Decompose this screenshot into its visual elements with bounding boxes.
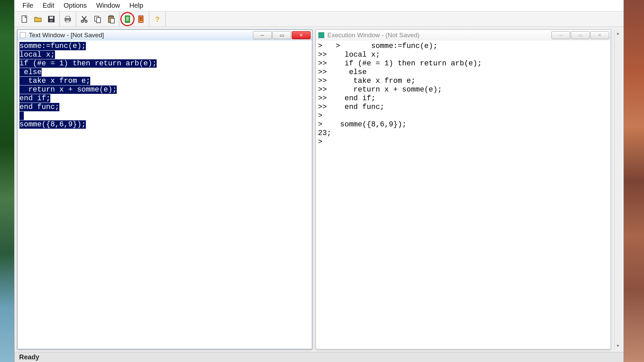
printer-icon <box>63 15 72 23</box>
help-icon: ? <box>153 15 162 23</box>
text-window-close-button[interactable]: ✕ <box>292 31 311 39</box>
svg-rect-19 <box>140 17 143 17</box>
text-window-maximize-button[interactable]: ▭ <box>272 31 291 39</box>
svg-text:?: ? <box>155 15 159 23</box>
copy-icon <box>93 15 102 23</box>
svg-rect-12 <box>110 15 113 17</box>
execution-window-minimize-button[interactable]: ─ <box>551 31 570 39</box>
scissors-icon <box>80 15 89 23</box>
paste-icon <box>107 15 115 23</box>
save-button[interactable] <box>45 13 58 25</box>
print-button[interactable] <box>61 13 74 25</box>
svg-point-7 <box>81 20 84 22</box>
scroll-up-icon[interactable]: ▴ <box>614 29 621 37</box>
text-window-icon <box>19 32 26 39</box>
svg-rect-20 <box>140 18 143 19</box>
svg-rect-2 <box>50 16 53 19</box>
svg-rect-17 <box>126 20 129 20</box>
help-button[interactable]: ? <box>151 13 164 25</box>
menubar: File Edit Options Window Help <box>14 0 624 11</box>
svg-rect-23 <box>20 33 25 38</box>
text-window: Text Window - [Not Saved] ─ ▭ ✕ somme:=f… <box>17 29 312 349</box>
stop-button[interactable] <box>135 13 147 25</box>
stop-red-icon <box>137 15 145 23</box>
menu-help[interactable]: Help <box>125 0 148 11</box>
execution-output-area[interactable]: > > somme:=func(e);>> local x;>> if (#e … <box>316 41 610 349</box>
menu-file[interactable]: File <box>18 0 38 11</box>
desktop-wallpaper-right <box>624 0 644 362</box>
scroll-down-icon[interactable]: ▾ <box>614 342 621 349</box>
statusbar: Ready <box>14 352 624 362</box>
execution-window-maximize-button[interactable]: ▭ <box>571 31 590 39</box>
svg-rect-15 <box>126 17 129 17</box>
run-button[interactable] <box>121 13 134 25</box>
execution-window-close-button[interactable]: ✕ <box>590 31 609 39</box>
execution-window: Execution Window - (Not Saved) ─ ▭ ✕ > >… <box>316 29 611 349</box>
app-window: File Edit Options Window Help <box>14 0 624 362</box>
svg-point-8 <box>85 20 87 22</box>
cut-button[interactable] <box>78 13 91 25</box>
open-folder-icon <box>34 15 42 23</box>
svg-rect-0 <box>22 16 26 22</box>
text-editor-area[interactable]: somme:=func(e);local x;if (#e = 1) then … <box>17 41 312 349</box>
svg-rect-3 <box>50 20 53 21</box>
paste-button[interactable] <box>105 13 117 25</box>
text-window-title: Text Window - [Not Saved] <box>29 32 250 39</box>
desktop-wallpaper-left <box>0 0 14 362</box>
menu-window[interactable]: Window <box>92 0 125 11</box>
execution-window-titlebar[interactable]: Execution Window - (Not Saved) ─ ▭ ✕ <box>316 30 610 41</box>
svg-rect-10 <box>97 17 101 22</box>
svg-rect-6 <box>66 20 70 22</box>
menu-options[interactable]: Options <box>59 0 92 11</box>
status-text: Ready <box>19 353 39 361</box>
execution-window-icon <box>318 32 325 39</box>
svg-rect-13 <box>110 18 114 23</box>
new-file-button[interactable] <box>18 13 31 25</box>
save-disk-icon <box>47 15 56 23</box>
new-file-icon <box>20 15 29 23</box>
toolbar: ? <box>14 11 624 27</box>
open-file-button[interactable] <box>32 13 44 25</box>
workspace-scrollbar[interactable]: ▴ ▾ <box>614 29 621 349</box>
svg-rect-24 <box>319 33 324 38</box>
copy-button[interactable] <box>91 13 104 25</box>
svg-rect-16 <box>126 18 129 19</box>
execution-window-title: Execution Window - (Not Saved) <box>327 32 549 39</box>
menu-edit[interactable]: Edit <box>38 0 59 11</box>
svg-rect-21 <box>140 20 143 20</box>
run-green-icon <box>123 15 132 23</box>
mdi-workspace: Text Window - [Not Saved] ─ ▭ ✕ somme:=f… <box>14 27 624 352</box>
text-window-titlebar[interactable]: Text Window - [Not Saved] ─ ▭ ✕ <box>17 30 312 41</box>
text-window-minimize-button[interactable]: ─ <box>253 31 272 39</box>
svg-rect-5 <box>66 16 70 18</box>
